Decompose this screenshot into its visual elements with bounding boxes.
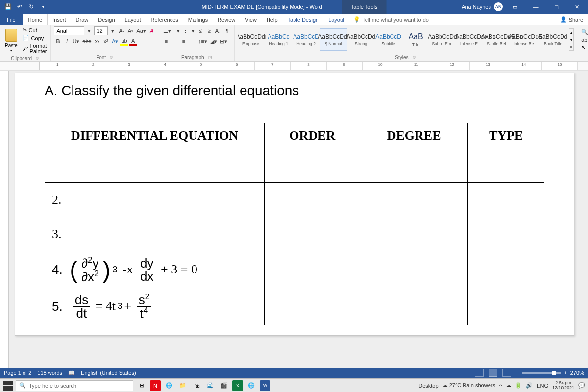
tray-chevron-icon[interactable]: ^ [499, 383, 502, 389]
table-cell[interactable] [468, 288, 544, 325]
ime-indicator[interactable]: ENG [537, 383, 548, 389]
table-cell[interactable] [360, 148, 468, 183]
styles-gallery[interactable]: AaBbCcDdıEmphasisAaBbCcHeading 1AaBbCcDH… [238, 28, 567, 51]
zoom-out-icon[interactable]: − [516, 370, 519, 376]
maximize-icon[interactable]: ◻ [548, 0, 564, 14]
styles-more-icon[interactable]: ≡ [570, 45, 573, 49]
read-mode-button[interactable] [475, 369, 484, 377]
tab-design[interactable]: Design [93, 14, 120, 25]
movies-icon[interactable]: 🎬 [219, 380, 229, 391]
status-page[interactable]: Page 1 of 2 [4, 370, 31, 376]
print-layout-button[interactable] [489, 369, 497, 377]
tab-insert[interactable]: Insert [48, 14, 71, 25]
replace-button[interactable]: ab↔Replace [580, 36, 588, 43]
subscript-button[interactable]: x₂ [93, 37, 101, 46]
style-item[interactable]: AaBbCcDdıIntense E... [457, 28, 485, 51]
sort-button[interactable]: A↓ [214, 26, 222, 35]
underline-button[interactable]: U▾ [72, 37, 80, 46]
find-button[interactable]: 🔍Find ▾ [580, 28, 588, 36]
minimize-icon[interactable]: — [527, 0, 544, 14]
save-icon[interactable]: 💾 [3, 2, 13, 12]
tab-table-design[interactable]: Table Design [283, 14, 324, 25]
copy-button[interactable]: 📄Copy [22, 34, 48, 42]
table-cell[interactable] [360, 183, 468, 217]
align-center-button[interactable]: ≣ [171, 37, 179, 46]
font-launcher[interactable]: ◲ [110, 55, 114, 60]
battery-icon[interactable]: 🔋 [515, 382, 522, 389]
onedrive-icon[interactable]: ☁ [506, 382, 511, 389]
horizontal-ruler[interactable]: 123456789101112131415 [0, 62, 588, 71]
web-layout-button[interactable] [502, 369, 511, 377]
show-desktop-button[interactable]: Desktop [418, 383, 438, 389]
table-cell[interactable]: 3. [45, 217, 265, 251]
styles-up-icon[interactable]: ▴ [570, 30, 573, 35]
chrome-icon-2[interactable]: 🌐 [246, 380, 257, 391]
taskbar-clock[interactable]: 2:54 pm 12/10/2021 [552, 381, 574, 391]
table-header[interactable]: ORDER [265, 123, 360, 148]
font-name-input[interactable]: Arial [54, 26, 84, 35]
numbering-button[interactable]: ≡▾ [173, 26, 181, 35]
tab-home[interactable]: Home [23, 14, 48, 25]
share-button[interactable]: 👤 Share [555, 14, 588, 25]
justify-button[interactable]: ≣ [189, 37, 196, 46]
excel-icon[interactable]: X [232, 380, 243, 391]
table-cell[interactable] [468, 251, 544, 288]
font-color-button[interactable]: A [129, 37, 137, 46]
paste-button[interactable]: Paste ▾ [3, 29, 20, 53]
strike-button[interactable]: abc [81, 37, 92, 46]
style-item[interactable]: AaBbCcHeading 1 [265, 28, 293, 51]
clear-format-button[interactable]: A [148, 26, 156, 35]
zoom-slider[interactable]: − + 270% [516, 370, 584, 376]
zoom-in-icon[interactable]: + [564, 370, 567, 376]
style-item[interactable]: AaBbCcDdStrong [347, 28, 375, 51]
status-words[interactable]: 118 words [37, 370, 62, 376]
taskbar-search[interactable]: 🔍 Type here to search [16, 380, 133, 391]
table-cell[interactable]: 4. ( ∂2y∂x2 )3 -x dydx + 3 = 0 [45, 251, 265, 288]
multilevel-button[interactable]: ⋮≡▾ [182, 26, 195, 35]
table-cell[interactable] [360, 288, 468, 325]
clipboard-launcher[interactable]: ◲ [36, 56, 40, 61]
line-spacing-button[interactable]: ↕≡▾ [197, 37, 208, 46]
tab-layout[interactable]: Layout [120, 14, 146, 25]
style-item[interactable]: AaBbCcDdBook Title [539, 28, 567, 51]
style-item[interactable]: AaBbCcDdıEmphasis [238, 28, 265, 51]
style-item[interactable]: AᴀBʙCᴄDᴅEIntense Re... [512, 28, 539, 51]
cut-button[interactable]: ✂Cut [22, 26, 48, 34]
chrome-icon[interactable]: 🌐 [164, 380, 174, 391]
style-item[interactable]: AaBbCcDHeading 2 [293, 28, 320, 51]
tab-table-layout[interactable]: Layout [323, 14, 349, 25]
table-cell[interactable] [265, 288, 360, 325]
table-cell[interactable] [360, 251, 468, 288]
increase-indent-button[interactable]: ≥ [205, 26, 213, 35]
word-icon[interactable]: W [260, 380, 270, 391]
style-item[interactable]: AaBTitle [402, 28, 430, 51]
table-cell[interactable] [360, 217, 468, 251]
select-button[interactable]: ↖Select ▾ [580, 44, 588, 51]
document-area[interactable]: A. Classify the given differential equat… [0, 71, 588, 368]
undo-icon[interactable]: ↶ [15, 2, 24, 12]
edge-icon[interactable]: 🌊 [205, 380, 216, 391]
decrease-indent-button[interactable]: ≤ [196, 26, 204, 35]
style-item[interactable]: AaBbCcDdıSubtle Em... [430, 28, 457, 51]
taskbar-app-icon[interactable]: N [150, 380, 161, 391]
user-account[interactable]: Ana Naynes AN [462, 2, 503, 11]
table-cell[interactable] [468, 217, 544, 251]
start-button[interactable] [3, 381, 13, 391]
table-cell[interactable] [265, 217, 360, 251]
table-header[interactable]: DEGREE [360, 123, 468, 148]
change-case-button[interactable]: Aa▾ [135, 26, 147, 35]
italic-button[interactable]: I [63, 37, 71, 46]
tab-references[interactable]: References [146, 14, 183, 25]
explorer-icon[interactable]: 📁 [177, 380, 188, 391]
table-cell[interactable]: 5. dsdt = 4t3 + s2t4 [45, 288, 265, 325]
table-header[interactable]: TYPE [468, 123, 544, 148]
shrink-font-button[interactable]: A▾ [126, 26, 134, 35]
font-size-input[interactable]: 12 [94, 26, 108, 35]
table-header[interactable]: DIFFERENTIAL EQUATION [45, 123, 265, 148]
style-item[interactable]: AᴀBʙCᴄDᴅESubtle Ref... [485, 28, 512, 51]
weather-widget[interactable]: ☁ 27°C Rain showers [442, 382, 495, 389]
highlight-button[interactable]: ab [120, 37, 128, 46]
document-table[interactable]: DIFFERENTIAL EQUATION ORDER DEGREE TYPE … [45, 123, 544, 325]
tab-mailings[interactable]: Mailings [183, 14, 213, 25]
qat-more-icon[interactable]: ▾ [38, 2, 48, 12]
